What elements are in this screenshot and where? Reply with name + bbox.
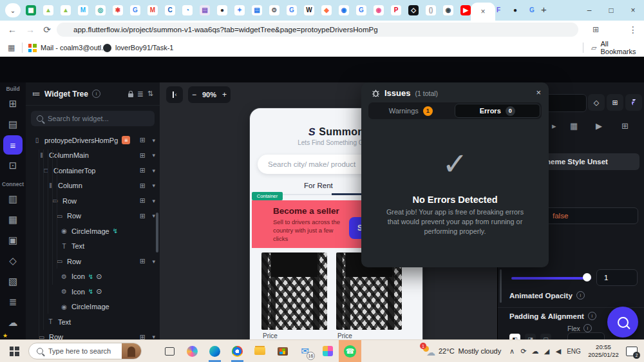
m-wave-tab-icon[interactable]: M: [78, 5, 88, 15]
add-widget-icon[interactable]: ⊞: [140, 151, 146, 160]
tab-search-chevron-icon[interactable]: ⌄: [5, 3, 21, 17]
listing-image[interactable]: [261, 252, 327, 330]
tree-row-column[interactable]: ‖Column⊞▾: [26, 178, 160, 194]
taskbar-search-input[interactable]: Type here to search: [28, 343, 142, 359]
google-tab-icon-3[interactable]: G: [356, 5, 366, 15]
tray-chevron-icon[interactable]: ∧: [506, 347, 518, 356]
new-tab-button[interactable]: +: [541, 4, 547, 15]
flutterflow-tab-icon[interactable]: F: [493, 5, 504, 15]
close-window-button[interactable]: ×: [622, 0, 644, 21]
tree-scrollbar[interactable]: [156, 213, 158, 252]
tree-row-text[interactable]: TText: [26, 314, 160, 330]
pinterest-tab-icon[interactable]: P: [391, 5, 401, 15]
widget-search-input[interactable]: Search for widget...: [31, 111, 155, 126]
tree-row-circleimage[interactable]: ◉CircleImage: [26, 300, 160, 315]
clock-tab-icon[interactable]: ◔: [182, 5, 193, 15]
add-widget-icon[interactable]: ⊞: [140, 182, 146, 190]
crab-tab-icon[interactable]: ✱: [113, 5, 123, 15]
properties-table-icon[interactable]: ▦: [570, 121, 578, 131]
weather-widget[interactable]: ☁ 1 22°C Mostly cloudy: [422, 340, 501, 362]
tree-row-row[interactable]: ▭Row⊞▾: [26, 193, 160, 209]
search-fab[interactable]: [607, 307, 638, 338]
dribbble-tab-icon[interactable]: ◉: [374, 5, 384, 15]
volume-icon[interactable]: ◀: [553, 347, 564, 356]
url-field[interactable]: ◎ app.flutterflow.io/project/summon-v1-w…: [57, 23, 578, 37]
gear-tab-icon[interactable]: ⚙: [269, 5, 279, 15]
notification-center-icon[interactable]: 2: [626, 347, 638, 356]
nav-pages-icon[interactable]: ▤: [3, 115, 23, 134]
layers-icon[interactable]: ≣: [137, 90, 144, 99]
gemini-tab-icon[interactable]: ✦: [234, 5, 245, 15]
chevron-icon[interactable]: ▾: [152, 137, 155, 144]
lock-icon[interactable]: [128, 93, 133, 97]
nav-database-icon[interactable]: ▥: [3, 189, 23, 209]
apps-grid-icon[interactable]: ▦: [8, 43, 15, 52]
google-tab-icon-4[interactable]: G: [527, 5, 537, 15]
network-icon[interactable]: ◢: [541, 347, 553, 356]
extensions-icon[interactable]: ⊞: [587, 21, 604, 39]
tree-row-text[interactable]: TText: [26, 239, 160, 254]
flame-tab-icon[interactable]: ◆: [321, 5, 332, 15]
maximize-button[interactable]: □: [600, 0, 622, 21]
add-widget-icon[interactable]: ⊞: [140, 196, 146, 205]
doc-add-icon[interactable]: ⊞: [621, 121, 629, 131]
m365-icon[interactable]: [316, 340, 339, 362]
back-icon[interactable]: ←: [4, 21, 21, 39]
docs-tab-icon[interactable]: ▤: [252, 5, 262, 15]
c-blue-tab-icon[interactable]: C: [165, 5, 175, 15]
add-widget-icon[interactable]: ⊞: [140, 166, 146, 175]
tree-row-containertop[interactable]: □ContainerTop⊞▾: [26, 163, 160, 178]
bookmark-mail[interactable]: Mail - coalm3@outl...: [28, 39, 107, 57]
nav-cloud-functions-icon[interactable]: ☁: [3, 313, 23, 332]
opacity-slider[interactable]: [511, 277, 591, 280]
chevron-icon[interactable]: ▾: [152, 258, 155, 265]
close-tab-icon[interactable]: ×: [480, 7, 485, 16]
nav-add-widget-icon[interactable]: ⊞: [3, 94, 23, 113]
nav-cms-icon[interactable]: ▦: [3, 210, 23, 229]
active-tab[interactable]: ×: [471, 3, 495, 21]
task-view-icon[interactable]: [158, 340, 181, 362]
copilot-icon[interactable]: [181, 340, 204, 362]
add-widget-icon[interactable]: ⊞: [140, 257, 146, 265]
whatsapp-icon[interactable]: [339, 340, 361, 362]
zoom-out-button[interactable]: −: [192, 90, 196, 99]
tab-for-rent[interactable]: For Rent: [304, 182, 333, 189]
brackets-tab-icon[interactable]: (): [426, 5, 436, 15]
info-icon[interactable]: [583, 324, 592, 332]
reload-icon[interactable]: ⟳: [39, 21, 55, 39]
visibility-eye-icon[interactable]: ⊙: [96, 287, 102, 296]
chevron-icon[interactable]: ▾: [152, 152, 155, 158]
ff-assistant-button[interactable]: [625, 94, 642, 111]
google-tab-icon[interactable]: G: [130, 5, 140, 15]
chevron-icon[interactable]: ▾: [152, 213, 155, 219]
close-icon[interactable]: ×: [536, 88, 541, 97]
info-icon[interactable]: [576, 291, 585, 300]
github-tab-icon-2[interactable]: ●: [510, 5, 520, 15]
nav-integrations-icon[interactable]: ◇: [3, 251, 23, 271]
start-button[interactable]: [0, 340, 28, 362]
google-tab-icon-2[interactable]: G: [287, 5, 297, 15]
google-sheets-tab-icon[interactable]: ▦: [26, 5, 36, 15]
edge-icon[interactable]: [204, 340, 226, 362]
gmail-tab-icon[interactable]: M: [147, 5, 158, 15]
panel-scrollbar[interactable]: [500, 269, 502, 303]
theme-gem-button[interactable]: ◇: [588, 94, 605, 111]
select-mode-icon[interactable]: ▸: [552, 121, 556, 131]
add-widget-icon[interactable]: ⊞: [140, 136, 146, 144]
language-indicator[interactable]: ENG: [564, 348, 583, 355]
forward-icon[interactable]: →: [22, 21, 39, 39]
tree-row-icon[interactable]: ⚙Icon↯⊙: [26, 269, 160, 285]
tree-row-protoypedrivershompg[interactable]: ▯protoypeDriversHomPg≣⊞▾: [26, 133, 160, 148]
onedrive-icon[interactable]: ☁: [529, 347, 541, 356]
android-tab-icon-2[interactable]: ▲: [61, 5, 71, 15]
youtube-tab-icon[interactable]: ▶: [460, 5, 471, 15]
run-tab-icon[interactable]: ▶: [596, 121, 602, 131]
nav-components-icon[interactable]: ⊡: [3, 156, 23, 175]
camera-tab-icon[interactable]: ◉: [443, 5, 453, 15]
profile-tab-icon[interactable]: ◉: [339, 5, 349, 15]
add-widget-icon[interactable]: ⊞: [140, 212, 146, 220]
all-bookmarks-button[interactable]: ▱ All Bookmarks: [591, 39, 644, 57]
browser-menu-icon[interactable]: ⋮: [625, 21, 641, 39]
mail-icon[interactable]: 16: [294, 340, 316, 362]
tree-row-row[interactable]: ▭Row⊞▾: [26, 254, 160, 269]
